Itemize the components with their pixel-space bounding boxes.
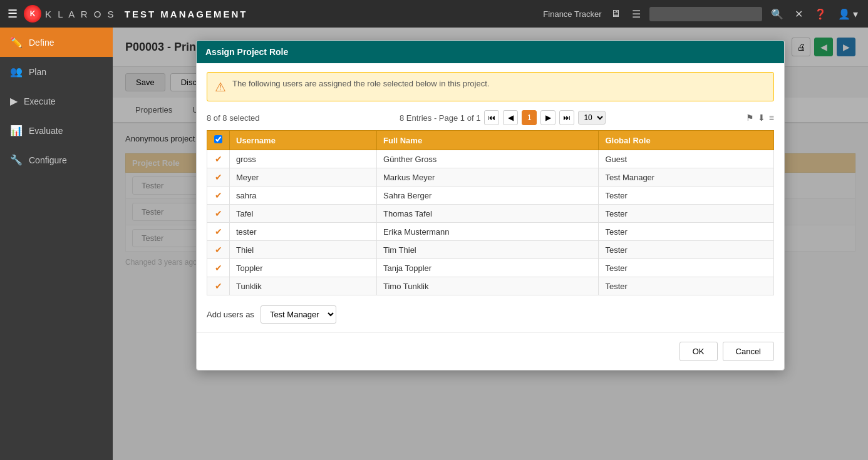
row-username-4: tester (230, 223, 377, 241)
ok-button[interactable]: OK (679, 342, 718, 361)
sidebar-item-define[interactable]: ✏️ Define (0, 28, 113, 57)
row-fullname-1: Markus Meyer (377, 168, 599, 187)
row-checkbox-1[interactable]: ✔ (215, 172, 222, 182)
top-navigation: ☰ K K L A R O S TEST MANAGEMENT Finance … (0, 0, 868, 28)
row-globalrole-6: Tester (599, 259, 774, 277)
row-globalrole-7: Tester (599, 277, 774, 295)
select-all-col (207, 131, 230, 150)
modal-body: ⚠ The following users are assigned the r… (197, 63, 784, 332)
user-table-row: ✔ gross Günther Gross Guest (207, 150, 774, 168)
main-content: P00003 - Printer Tester 🖨 ◀ ▶ Save Disca… (113, 28, 868, 460)
row-checkbox-2[interactable]: ✔ (215, 190, 222, 200)
add-users-row: Add users as Test Manager Tester Guest (207, 305, 774, 324)
row-username-6: Toppler (230, 259, 377, 277)
sidebar-item-configure[interactable]: 🔧 Configure (0, 145, 113, 175)
configure-icon: 🔧 (10, 154, 23, 166)
sidebar: ✏️ Define 👥 Plan ▶ Execute 📊 Evaluate 🔧 … (0, 28, 113, 460)
user-menu-icon[interactable]: 👤 ▾ (835, 7, 860, 21)
define-icon: ✏️ (10, 36, 23, 48)
modal-footer: OK Cancel (197, 332, 784, 370)
row-fullname-7: Timo Tunklik (377, 277, 599, 295)
row-username-7: Tunklik (230, 277, 377, 295)
sidebar-item-plan[interactable]: 👥 Plan (0, 57, 113, 86)
add-users-role-select[interactable]: Test Manager Tester Guest (261, 305, 336, 324)
row-checkbox-0[interactable]: ✔ (215, 154, 222, 164)
cancel-button[interactable]: Cancel (723, 342, 774, 361)
user-table-row: ✔ Thiel Tim Thiel Tester (207, 241, 774, 259)
search-icon[interactable]: 🔍 (768, 7, 786, 21)
columns-icon[interactable]: ≡ (769, 113, 774, 123)
prev-page-button[interactable]: ◀ (503, 110, 518, 125)
export-icon[interactable]: ⬇ (758, 113, 765, 123)
first-page-button[interactable]: ⏮ (484, 110, 499, 125)
modal-header: Assign Project Role (197, 41, 784, 63)
row-checkbox-cell: ✔ (207, 241, 230, 259)
row-globalrole-1: Test Manager (599, 168, 774, 187)
row-checkbox-cell: ✔ (207, 259, 230, 277)
modal-title: Assign Project Role (205, 47, 288, 57)
row-fullname-2: Sahra Berger (377, 187, 599, 205)
row-checkbox-cell: ✔ (207, 187, 230, 205)
sidebar-item-configure-label: Configure (29, 155, 67, 165)
search-input[interactable] (649, 7, 762, 21)
user-table-row: ✔ sahra Sahra Berger Tester (207, 187, 774, 205)
plan-icon: 👥 (10, 66, 23, 78)
last-page-button[interactable]: ⏭ (559, 110, 574, 125)
hamburger-menu[interactable]: ☰ (8, 7, 18, 21)
sidebar-item-plan-label: Plan (29, 67, 46, 77)
current-page-button[interactable]: 1 (522, 110, 537, 125)
row-fullname-3: Thomas Tafel (377, 205, 599, 223)
user-table: Username Full Name Global Role ✔ gross G… (207, 130, 774, 295)
row-fullname-4: Erika Mustermann (377, 223, 599, 241)
sidebar-item-evaluate[interactable]: 📊 Evaluate (0, 116, 113, 145)
sidebar-item-execute-label: Execute (24, 96, 56, 106)
globalrole-col-header[interactable]: Global Role (599, 131, 774, 150)
modal-overlay: Assign Project Role ⚠ The following user… (113, 28, 868, 460)
close-search-icon[interactable]: ✕ (792, 7, 805, 21)
row-checkbox-cell: ✔ (207, 223, 230, 241)
row-checkbox-cell: ✔ (207, 150, 230, 168)
row-fullname-0: Günther Gross (377, 150, 599, 168)
add-users-label: Add users as (207, 310, 254, 319)
list-icon[interactable]: ☰ (629, 7, 643, 21)
row-globalrole-0: Guest (599, 150, 774, 168)
evaluate-icon: 📊 (10, 125, 23, 136)
row-globalrole-3: Tester (599, 205, 774, 223)
per-page-select[interactable]: 10 25 50 (578, 111, 606, 125)
pagination: 8 Entries - Page 1 of 1 ⏮ ◀ 1 ▶ ⏭ 10 25 … (400, 110, 606, 125)
fullname-col-header[interactable]: Full Name (377, 131, 599, 150)
help-icon[interactable]: ❓ (812, 7, 829, 21)
sidebar-item-define-label: Define (29, 38, 54, 48)
row-checkbox-6[interactable]: ✔ (215, 263, 222, 273)
next-page-button[interactable]: ▶ (540, 110, 555, 125)
row-username-0: gross (230, 150, 377, 168)
row-checkbox-5[interactable]: ✔ (215, 245, 222, 255)
table-icons: ⚑ ⬇ ≡ (746, 113, 774, 123)
row-globalrole-2: Tester (599, 187, 774, 205)
app-logo: K K L A R O S TEST MANAGEMENT (24, 5, 248, 23)
row-checkbox-cell: ✔ (207, 205, 230, 223)
row-fullname-5: Tim Thiel (377, 241, 599, 259)
row-checkbox-cell: ✔ (207, 277, 230, 295)
row-username-3: Tafel (230, 205, 377, 223)
user-table-row: ✔ Toppler Tanja Toppler Tester (207, 259, 774, 277)
select-all-checkbox[interactable] (214, 135, 222, 143)
row-checkbox-4[interactable]: ✔ (215, 227, 222, 237)
project-name: Finance Tracker (543, 9, 601, 19)
username-col-header[interactable]: Username (230, 131, 377, 150)
execute-icon: ▶ (10, 95, 18, 107)
row-checkbox-3[interactable]: ✔ (215, 208, 222, 218)
user-table-row: ✔ tester Erika Mustermann Tester (207, 223, 774, 241)
sidebar-item-execute[interactable]: ▶ Execute (0, 86, 113, 116)
row-checkbox-7[interactable]: ✔ (215, 281, 222, 291)
warning-banner: ⚠ The following users are assigned the r… (207, 72, 774, 101)
assign-role-modal: Assign Project Role ⚠ The following user… (196, 40, 785, 371)
user-table-row: ✔ Tunklik Timo Tunklik Tester (207, 277, 774, 295)
row-fullname-6: Tanja Toppler (377, 259, 599, 277)
filter-icon[interactable]: ⚑ (746, 113, 754, 123)
project-icon[interactable]: 🖥 (608, 7, 623, 21)
selection-info: 8 of 8 selected (207, 113, 260, 123)
row-globalrole-4: Tester (599, 223, 774, 241)
warning-icon: ⚠ (215, 79, 226, 95)
user-table-row: ✔ Meyer Markus Meyer Test Manager (207, 168, 774, 187)
